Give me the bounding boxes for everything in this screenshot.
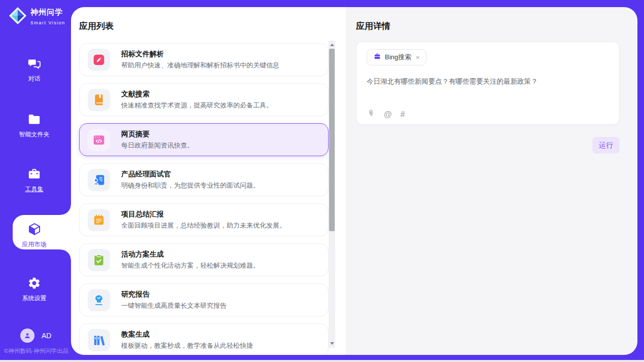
sidebar: 神州问学 Smart Vision 对话 智能文件夹 xyxy=(0,0,71,362)
app-card-bid-document-analysis[interactable]: 招标文件解析 帮助用户快速、准确地理解和解析招标书中的关键信息 xyxy=(79,43,329,76)
edit-square-icon xyxy=(88,49,110,71)
sidebar-item-smart-folder[interactable]: 智能文件夹 xyxy=(0,113,68,139)
hash-tag-icon[interactable]: # xyxy=(401,110,405,119)
app-name: 教案生成 xyxy=(121,330,253,339)
app-card-web-summary[interactable]: 网页摘要 每日政府新闻资讯快查。 xyxy=(79,123,329,156)
paperclip-icon[interactable] xyxy=(367,109,375,120)
sidebar-item-settings[interactable]: 系统设置 xyxy=(0,276,68,303)
sidebar-item-label: 应用市场 xyxy=(0,240,68,249)
app-description: 帮助用户快速、准确地理解和解析招标书中的关键信息 xyxy=(121,61,279,70)
user-label: AD xyxy=(42,332,51,340)
interviewer-icon xyxy=(88,169,110,191)
sidebar-item-label: 智能文件夹 xyxy=(0,130,68,139)
research-icon xyxy=(88,289,110,311)
app-description: 快速精准查找学术资源，提高研究效率的必备工具。 xyxy=(121,101,273,110)
avatar xyxy=(20,329,34,343)
app-list-scrollbar[interactable] xyxy=(329,41,335,348)
sidebar-item-label: 系统设置 xyxy=(0,294,68,303)
books-icon xyxy=(88,329,110,351)
scrollbar-thumb[interactable] xyxy=(329,49,335,231)
app-cards: 招标文件解析 帮助用户快速、准确地理解和解析招标书中的关键信息 xyxy=(79,43,329,355)
query-input[interactable]: 今日湖北有哪些新闻要点？有哪些需要关注的最新政策？ xyxy=(367,77,610,87)
app-name: 活动方案生成 xyxy=(121,250,260,259)
book-icon xyxy=(88,89,110,111)
run-button[interactable]: 运行 xyxy=(592,137,620,154)
close-icon[interactable]: × xyxy=(415,53,421,62)
app-card-lesson-plan-generator[interactable]: 教案生成 模板驱动，教案秒成，教学准备从此轻松快捷 xyxy=(79,323,329,355)
sidebar-item-label: 工具集 xyxy=(0,185,68,194)
at-mention-icon[interactable]: @ xyxy=(384,110,392,119)
app-card-research-report[interactable]: 研究报告 一键智能生成高质量长文本研究报告 xyxy=(79,283,329,316)
app-name: 网页摘要 xyxy=(121,130,194,139)
app-name: 文献搜索 xyxy=(121,90,273,99)
app-window: 神州问学 Smart Vision 对话 智能文件夹 xyxy=(0,0,644,362)
window-bottom-edge xyxy=(0,360,644,362)
brand-name: 神州问学 xyxy=(30,8,63,16)
app-list-title: 应用列表 xyxy=(79,20,114,32)
tool-tag-bing-search[interactable]: Bing搜索 × xyxy=(367,49,426,65)
app-name: 研究报告 xyxy=(121,290,227,299)
web-code-icon xyxy=(88,129,110,151)
user-account[interactable]: AD xyxy=(20,329,51,343)
scroll-up-icon[interactable] xyxy=(329,42,335,48)
app-card-event-plan-generator[interactable]: 活动方案生成 智能生成个性化活动方案，轻松解决规划难题。 xyxy=(79,243,329,276)
app-description: 模板驱动，教案秒成，教学准备从此轻松快捷 xyxy=(121,341,253,350)
sidebar-item-app-market[interactable]: 应用市场 xyxy=(0,222,68,249)
sidebar-item-toolset[interactable]: 工具集 xyxy=(0,167,68,194)
app-description: 全面回顾项目进展，总结经验教训，助力未来优化发展。 xyxy=(121,221,286,230)
chat-icon xyxy=(27,57,41,73)
brand-logo: 神州问学 Smart Vision xyxy=(8,6,71,27)
gear-icon xyxy=(27,276,41,292)
app-description: 一键智能生成高质量长文本研究报告 xyxy=(121,301,227,310)
sidebar-item-chat[interactable]: 对话 xyxy=(0,57,68,83)
app-description: 每日政府新闻资讯快查。 xyxy=(121,141,194,150)
briefcase-icon xyxy=(373,52,381,62)
gem-logo-icon xyxy=(8,6,27,27)
app-name: 招标文件解析 xyxy=(121,50,279,59)
clipboard-check-icon xyxy=(88,249,110,271)
brand-subtitle: Smart Vision xyxy=(30,20,65,25)
tool-tag-label: Bing搜索 xyxy=(385,53,411,62)
note-icon xyxy=(88,209,110,231)
app-detail-title: 应用详情 xyxy=(356,20,390,32)
app-description: 明确身份和职责，为您提供专业性的面试问题。 xyxy=(121,181,260,190)
app-name: 产品经理面试官 xyxy=(121,170,260,179)
prompt-card: Bing搜索 × 今日湖北有哪些新闻要点？有哪些需要关注的最新政策？ @ # xyxy=(356,42,620,125)
folder-icon xyxy=(27,113,41,128)
cube-icon xyxy=(27,222,42,238)
app-card-pm-interviewer[interactable]: 产品经理面试官 明确身份和职责，为您提供专业性的面试问题。 xyxy=(79,163,329,196)
copyright-footer: ©神州数码·神州问学出品 xyxy=(4,347,68,355)
toolbox-icon xyxy=(27,167,41,183)
app-card-literature-search[interactable]: 文献搜索 快速精准查找学术资源，提高研究效率的必备工具。 xyxy=(79,83,329,116)
app-card-project-summary[interactable]: 项目总结汇报 全面回顾项目进展，总结经验教训，助力未来优化发展。 xyxy=(79,203,329,236)
app-list-panel: 应用列表 招标文件解析 帮助用户快速、准确地理解和解析招标书中的关键信息 xyxy=(71,7,346,355)
app-name: 项目总结汇报 xyxy=(121,210,286,219)
main-content: 应用列表 招标文件解析 帮助用户快速、准确地理解和解析招标书中的关键信息 xyxy=(71,7,637,355)
app-description: 智能生成个性化活动方案，轻松解决规划难题。 xyxy=(121,261,260,270)
app-detail-panel: 应用详情 Bing搜索 × 今日湖北有哪些新闻要点？有哪些需要关注的最新政策？ xyxy=(346,7,637,355)
attachment-toolbar: @ # xyxy=(367,109,405,120)
scroll-down-icon[interactable] xyxy=(329,340,335,347)
sidebar-item-label: 对话 xyxy=(0,75,68,83)
